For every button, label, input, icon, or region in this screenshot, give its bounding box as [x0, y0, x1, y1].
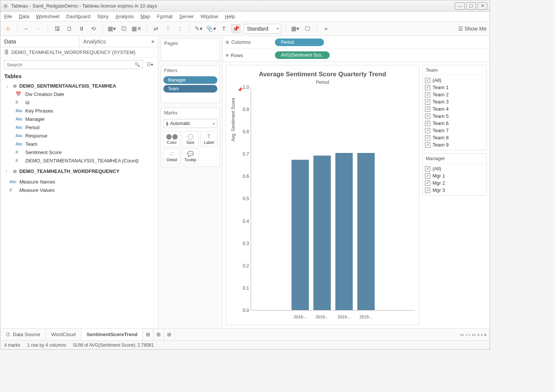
menu-map[interactable]: Map	[141, 14, 150, 19]
view-toggle-button[interactable]: ☷▾	[145, 60, 154, 69]
field-sentiment-score[interactable]: #Sentiment Score	[4, 148, 156, 156]
sort-asc-button[interactable]: ↧	[163, 24, 172, 33]
fit-select[interactable]: Standard	[243, 24, 281, 34]
field-measure-values[interactable]: #Measure Values	[4, 186, 156, 194]
field-key-phrases[interactable]: AbcKey Phrases	[4, 106, 156, 115]
columns-pill-period[interactable]: Period	[275, 39, 324, 46]
new-dashboard-tab[interactable]: ⊞	[153, 329, 164, 340]
menu-story[interactable]: Story	[97, 14, 109, 19]
forward-button[interactable]: →	[34, 24, 43, 33]
close-button[interactable]: ✕	[477, 2, 487, 10]
team-filter-option[interactable]: ✓Team 4	[425, 105, 484, 113]
team-filter-option[interactable]: ✓Team 2	[425, 91, 484, 98]
filter-pill-team[interactable]: Team	[163, 85, 217, 93]
menu-dashboard[interactable]: Dashboard	[66, 14, 90, 19]
chart-area[interactable]: Average Sentiment Score Quarterly Trend …	[226, 65, 419, 325]
pages-card[interactable]: Pages	[161, 38, 220, 61]
menu-format[interactable]: Format	[157, 14, 172, 19]
team-filter-option[interactable]: ✓Team 6	[425, 120, 484, 127]
mark-size-button[interactable]: ◯Size	[182, 131, 199, 147]
sort-desc-button[interactable]: ↥	[175, 24, 184, 33]
swap-button[interactable]: ⇄	[151, 24, 160, 33]
table-node-sentiment[interactable]: ⌄▦DEMO_SENTIMENTANALYSIS_TEAMHEA	[4, 82, 156, 90]
manager-filter-option[interactable]: ✓Mgr 1	[425, 172, 484, 179]
field-dw-creation-date[interactable]: 📅Dw Creation Date	[4, 90, 156, 98]
field-period[interactable]: AbcPeriod	[4, 123, 156, 131]
showme-button[interactable]: ☰ Show Me	[458, 26, 487, 32]
filter-pill-manager[interactable]: Manager	[163, 76, 217, 84]
columns-shelf[interactable]: iiiColumns Period	[223, 36, 490, 49]
maximize-button[interactable]: ▢	[466, 2, 476, 10]
bar[interactable]	[291, 160, 309, 310]
field-id[interactable]: #Id	[4, 98, 156, 106]
table-node-wordfreq[interactable]: ›▦DEMO_TEAMHEALTH_WORDFREQUENCY	[4, 167, 156, 175]
tab-sentimentscoretrend[interactable]: SentimentScoreTrend	[81, 329, 143, 340]
team-filter-card[interactable]: Team ✓(All)✓Team 1✓Team 2✓Team 3✓Team 4✓…	[422, 65, 487, 150]
menu-worksheet[interactable]: Worksheet	[36, 14, 59, 19]
save-button[interactable]: 🖫	[53, 24, 62, 33]
field-manager[interactable]: AbcManager	[4, 115, 156, 123]
team-filter-option[interactable]: ✓Team 8	[425, 134, 484, 141]
bar[interactable]	[335, 153, 353, 310]
plot-region[interactable]: 2018-..2018-..2019-..2019-..	[251, 87, 415, 310]
search-input[interactable]: 🔍	[4, 60, 143, 69]
bar[interactable]	[313, 156, 331, 310]
team-filter-option[interactable]: ✓Team 7	[425, 127, 484, 134]
field-count[interactable]: #DEMO_SENTIMENTANALYSIS_TEAMHEA (Count)	[4, 156, 156, 165]
minimize-button[interactable]: —	[455, 2, 465, 10]
manager-filter-option[interactable]: ✓Mgr 3	[425, 187, 484, 194]
pin-button[interactable]: 📌	[231, 24, 240, 33]
team-filter-option[interactable]: ✓Team 5	[425, 113, 484, 120]
team-filter-option[interactable]: ✓Team 1	[425, 84, 484, 91]
new-worksheet-tab[interactable]: ⊞	[143, 329, 153, 340]
cards-button[interactable]: ▦▾	[291, 24, 300, 33]
manager-filter-option[interactable]: ✓(All)	[425, 165, 484, 172]
bar[interactable]	[357, 153, 375, 310]
back-button[interactable]: ←	[22, 24, 31, 33]
field-response[interactable]: AbcResponse	[4, 131, 156, 140]
team-filter-option[interactable]: ✓(All)	[425, 77, 484, 84]
tableau-icon[interactable]	[3, 24, 12, 33]
manager-filter-option[interactable]: ✓Mgr 2	[425, 179, 484, 187]
marks-card[interactable]: Marks ▮ Automatic ⬤⬤Color ◯Size TLabel ∷…	[161, 108, 220, 167]
field-measure-names[interactable]: AbcMeasure Names	[4, 177, 156, 186]
manager-filter-card[interactable]: Manager ✓(All)✓Mgr 1✓Mgr 2✓Mgr 3	[422, 153, 487, 196]
tab-analytics[interactable]: Analytics◆	[79, 36, 158, 47]
team-filter-option[interactable]: ✓Team 3	[425, 98, 484, 105]
mark-type-select[interactable]: ▮ Automatic	[163, 119, 217, 128]
presentation-button[interactable]: 🖵	[303, 24, 312, 33]
mark-tooltip-button[interactable]: 💬Tooltip	[182, 148, 199, 164]
pin-icon[interactable]: 📌	[237, 87, 243, 93]
duplicate-button[interactable]: ⿻	[119, 24, 129, 33]
tab-wordcloud[interactable]: WordCloud	[46, 329, 81, 340]
new-story-tab[interactable]: ⊞	[164, 329, 175, 340]
group-button[interactable]: 📎▾	[206, 24, 216, 33]
mark-color-button[interactable]: ⬤⬤Color	[163, 131, 180, 147]
tab-data-source[interactable]: 🗋Data Source	[0, 329, 46, 340]
tab-data[interactable]: Data	[0, 36, 79, 47]
share-button[interactable]: ∝	[321, 24, 330, 33]
clear-button[interactable]: ▦✕	[132, 24, 142, 33]
new-datasource-button[interactable]: 🗋	[65, 24, 74, 33]
chart-title[interactable]: Average Sentiment Score Quarterly Trend	[230, 69, 415, 78]
menu-window[interactable]: Window	[201, 14, 218, 19]
menu-analysis[interactable]: Analysis	[115, 14, 133, 19]
rows-pill-avg-sentiment[interactable]: AVG(Sentiment Sco..	[275, 51, 330, 59]
text-button[interactable]: T	[219, 24, 228, 33]
mark-label-button[interactable]: TLabel	[200, 131, 217, 147]
team-filter-option[interactable]: ✓Team 9	[425, 141, 484, 148]
connection-row[interactable]: 🗄 DEMO_TEAMHEALTH_WORDFREQUENCY (SYSTEM)	[0, 47, 158, 58]
field-team[interactable]: AbcTeam	[4, 140, 156, 148]
menu-server[interactable]: Server	[179, 14, 194, 19]
new-worksheet-button[interactable]: ▦▾	[107, 24, 116, 33]
menu-file[interactable]: File	[4, 14, 12, 19]
mark-detail-button[interactable]: ∷Detail	[163, 148, 180, 164]
menu-data[interactable]: Data	[19, 14, 29, 19]
refresh-button[interactable]: ⟲	[89, 24, 98, 33]
menu-help[interactable]: Help	[225, 14, 235, 19]
filters-card[interactable]: Filters Manager Team	[161, 65, 220, 103]
tab-nav[interactable]: ⏮ ◀ ▶ ⏭ ▦ ▦ ■	[457, 329, 490, 340]
rows-shelf[interactable]: ≡Rows AVG(Sentiment Sco..	[223, 49, 490, 62]
highlight-button[interactable]: ✎▾	[194, 24, 203, 33]
pause-button[interactable]: ⏸	[77, 24, 86, 33]
